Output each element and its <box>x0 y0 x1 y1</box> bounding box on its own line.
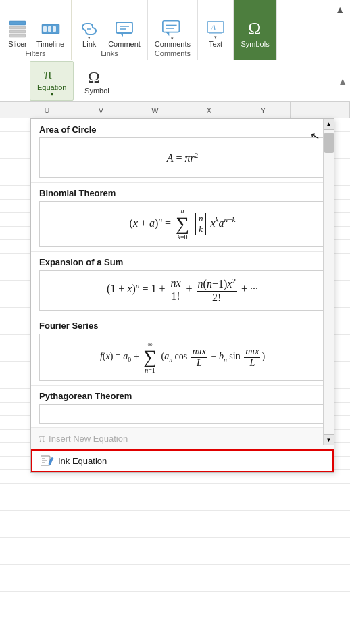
area-of-circle-formula: A = πr2 <box>167 151 199 164</box>
area-of-circle-section: Area of Circle A = πr2 <box>31 119 334 183</box>
area-of-circle-box[interactable]: A = πr2 <box>39 137 326 178</box>
svg-text:▾: ▾ <box>214 34 217 39</box>
svg-rect-7 <box>53 26 56 32</box>
sheet-row <box>0 497 350 511</box>
svg-text:Ω: Ω <box>88 68 100 86</box>
comment-button[interactable]: Comment <box>105 17 143 49</box>
svg-rect-1 <box>9 26 26 29</box>
links-group-label: Links <box>101 49 118 60</box>
binomial-theorem-box[interactable]: (x + a)n = n ∑ k=0 n k xkan−k <box>39 201 326 247</box>
symbols-button[interactable]: Ω Symbols <box>238 17 272 49</box>
link-icon: ▾ <box>78 18 100 40</box>
area-of-circle-title: Area of Circle <box>39 124 326 135</box>
link-label: Link <box>82 40 96 48</box>
pi-icon: π <box>39 432 45 444</box>
col-header-Y[interactable]: Y <box>236 102 291 118</box>
equation-panel: ↖ Area of Circle A = πr2 Binomial Theore… <box>30 118 334 473</box>
svg-text:▾: ▾ <box>88 35 91 39</box>
svg-text:A: A <box>210 23 216 32</box>
col-header-W[interactable]: W <box>128 102 182 118</box>
col-header-V[interactable]: V <box>74 102 128 118</box>
expansion-sum-section: Expansion of a Sum (1 + x)n = 1 + nx 1! … <box>31 252 334 315</box>
binomial-theorem-section: Binomial Theorem (x + a)n = n ∑ k=0 n k <box>31 183 334 252</box>
link-button[interactable]: ▾ Link <box>76 17 103 49</box>
column-headers: U V W X Y <box>0 102 350 118</box>
fourier-series-box[interactable]: f(x) = a0 + ∞ ∑ n=1 (an cos nπx L + bn s… <box>39 334 326 381</box>
col-header-U[interactable]: U <box>20 102 74 118</box>
ribbon-second-row: π Equation ▾ Ω Symbol ▲ <box>0 60 350 101</box>
svg-rect-10 <box>116 22 132 33</box>
col-header-X[interactable]: X <box>182 102 236 118</box>
text-icon: A ▾ <box>205 18 226 40</box>
panel-footer: π Insert New Equation Ink Equation <box>31 428 334 472</box>
pythagorean-theorem-section: Pythagorean Theorem <box>31 386 334 428</box>
extra-col-header <box>291 102 350 118</box>
comments-big-label: Comments <box>155 40 191 48</box>
svg-rect-0 <box>9 21 26 25</box>
second-row-collapse-icon[interactable]: ▲ <box>338 76 347 87</box>
fourier-series-title: Fourier Series <box>39 321 326 331</box>
svg-rect-2 <box>9 30 26 33</box>
svg-rect-3 <box>9 34 26 37</box>
scrollbar-up-button[interactable]: ▲ <box>324 119 334 130</box>
symbols-icon: Ω <box>245 18 266 40</box>
comments-button[interactable]: ▾ Comments <box>152 17 193 49</box>
symbol-label: Symbol <box>84 87 109 95</box>
pythagorean-theorem-title: Pythagorean Theorem <box>39 391 326 401</box>
ribbon-group-text: A ▾ Text Text <box>198 0 234 60</box>
svg-marker-15 <box>166 32 170 37</box>
text-button[interactable]: A ▾ Text <box>202 17 229 49</box>
svg-rect-6 <box>48 26 51 32</box>
fourier-series-section: Fourier Series f(x) = a0 + ∞ ∑ n=1 (an c… <box>31 315 334 386</box>
ribbon-group-links: ▾ Link Comment <box>72 0 148 60</box>
binomial-theorem-formula: (x + a)n = n ∑ k=0 n k xkan−k <box>130 207 236 241</box>
fourier-series-formula: f(x) = a0 + ∞ ∑ n=1 (an cos nπx L + bn s… <box>100 340 265 374</box>
slicer-icon <box>7 18 28 40</box>
ink-equation-button[interactable]: Ink Equation <box>31 449 334 472</box>
ribbon-group-filters: Slicer Timeline Filters <box>0 0 72 60</box>
expansion-sum-box[interactable]: (1 + x)n = 1 + nx 1! + n(n−1)x2 2! + ··· <box>39 270 326 310</box>
filters-group-label: Filters <box>26 49 46 60</box>
spreadsheet: ↖ Area of Circle A = πr2 Binomial Theore… <box>0 118 350 644</box>
sheet-row <box>0 524 350 538</box>
sheet-row <box>0 511 350 524</box>
panel-scrollbar[interactable]: ▲ ▼ <box>323 119 334 445</box>
symbols-label: Symbols <box>241 40 269 48</box>
row-number-header <box>0 102 20 118</box>
svg-rect-14 <box>163 21 179 32</box>
comment-label: Comment <box>108 40 141 48</box>
slicer-label: Slicer <box>8 40 27 48</box>
comment-icon <box>114 18 135 40</box>
sheet-row <box>0 578 350 592</box>
insert-new-equation-button[interactable]: π Insert New Equation <box>31 428 334 449</box>
sheet-row <box>0 565 350 578</box>
ink-icon <box>41 455 54 467</box>
scrollbar-down-button[interactable]: ▼ <box>324 434 334 445</box>
svg-text:Ω: Ω <box>248 19 261 39</box>
sheet-row <box>0 538 350 551</box>
timeline-label: Timeline <box>36 40 64 48</box>
timeline-button[interactable]: Timeline <box>34 17 67 49</box>
equation-label: Equation <box>37 83 66 91</box>
slicer-button[interactable]: Slicer <box>4 17 31 49</box>
ribbon-group-symbols: Ω Symbols Symbols <box>234 0 277 60</box>
equation-button[interactable]: π Equation ▾ <box>30 61 74 101</box>
svg-text:π: π <box>44 65 52 83</box>
expansion-sum-formula: (1 + x)n = 1 + nx 1! + n(n−1)x2 2! + ··· <box>107 277 258 303</box>
pythagorean-theorem-box[interactable] <box>39 404 326 424</box>
equation-dropdown-icon: ▾ <box>51 91 53 97</box>
sheet-row <box>0 551 350 565</box>
text-label: Text <box>209 40 222 48</box>
binomial-theorem-title: Binomial Theorem <box>39 188 326 198</box>
symbol-button[interactable]: Ω Symbol <box>76 65 117 97</box>
ribbon-group-comments: ▾ Comments Comments <box>148 0 198 60</box>
scrollbar-thumb[interactable] <box>324 133 334 153</box>
ink-equation-label: Ink Equation <box>58 456 107 466</box>
svg-marker-11 <box>120 33 123 37</box>
svg-rect-5 <box>43 26 47 32</box>
ribbon-collapse-button[interactable]: ▲ <box>332 3 347 16</box>
scrollbar-track <box>324 130 334 434</box>
timeline-icon <box>40 18 61 40</box>
main-area: ↖ Area of Circle A = πr2 Binomial Theore… <box>0 118 350 644</box>
comments-big-icon: ▾ <box>161 18 183 40</box>
